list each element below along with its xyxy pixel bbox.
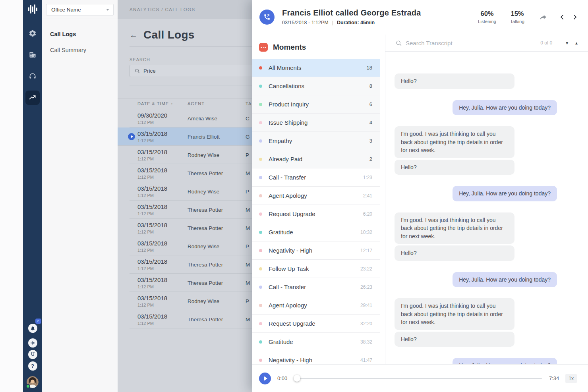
moment-color-dot [259, 212, 262, 216]
moment-category-item[interactable]: Empathy 3 [252, 132, 380, 150]
column-date-time[interactable]: DATE & TIME ↑ [137, 101, 188, 106]
agent-name: Theresa Potter [188, 280, 246, 286]
call-duration: Duration: 45min [337, 20, 375, 25]
call-date: 03/15/2018 [137, 240, 188, 247]
search-prev-icon[interactable]: ▲ [574, 41, 578, 45]
moment-color-dot [259, 340, 262, 344]
moment-color-dot [259, 231, 262, 234]
moment-color-dot [259, 139, 262, 143]
agent-name: Theresa Potter [188, 207, 246, 213]
section-sidebar: Office Name Call Logs Call Summary [42, 0, 118, 392]
transcript-bubble: Hello? [395, 73, 514, 89]
chevron-left-icon[interactable] [559, 14, 565, 20]
moment-label: Negativity - High [269, 357, 312, 363]
call-time: 1:12 PM [137, 120, 188, 125]
voice-waveform-icon[interactable] [28, 338, 37, 348]
company-building-icon[interactable] [25, 48, 40, 62]
moment-color-dot [259, 267, 262, 270]
agent-name: Theresa Potter [188, 225, 246, 231]
moment-color-dot [259, 158, 262, 161]
moment-category-item[interactable]: Already Paid 2 [252, 150, 380, 168]
moment-timeline-item[interactable]: Agent Apology 2:41 [252, 187, 380, 205]
moment-category-item[interactable]: Product Inquiry 6 [252, 95, 380, 114]
phone-call-icon [259, 10, 275, 25]
call-title: Francis Elliot called George Estrada [282, 8, 421, 17]
stat-label: Talking [502, 19, 532, 24]
play-button[interactable] [259, 373, 271, 384]
divider [533, 39, 533, 47]
moment-count: 6 [369, 101, 372, 107]
moment-label: Agent Apology [269, 302, 307, 309]
call-date: 03/15/2018 [137, 313, 188, 320]
share-forward-icon[interactable] [539, 14, 547, 21]
office-selector[interactable]: Office Name [46, 4, 114, 15]
moment-label: Cancellations [269, 83, 304, 89]
moment-timeline-item[interactable]: Follow Up Task 23:22 [252, 260, 380, 278]
moment-timeline-item[interactable]: Request Upgrade 32:20 [252, 315, 380, 333]
back-arrow-icon[interactable]: ← [130, 31, 137, 40]
analytics-trending-up-icon[interactable] [25, 91, 40, 105]
moment-color-dot [259, 103, 262, 106]
user-avatar[interactable] [27, 376, 39, 388]
moment-category-item[interactable]: Issue Shipping 4 [252, 114, 380, 132]
moments-icon [259, 43, 268, 52]
moment-label: Request Upgrade [269, 210, 315, 217]
call-time: 1:12 PM [137, 193, 188, 198]
search-icon [396, 40, 402, 46]
search-icon [135, 68, 140, 73]
agent-name: Theresa Potter [188, 262, 246, 268]
moment-timeline-item[interactable]: Gratitude 10:32 [252, 223, 380, 241]
call-date: 03/15/2018 [137, 295, 188, 301]
integrations-hook-icon[interactable] [28, 350, 37, 359]
settings-gear-icon[interactable] [25, 26, 40, 41]
notifications-bell-icon[interactable]: 2 [28, 321, 37, 333]
column-talked-to[interactable]: TA [246, 101, 251, 106]
moment-timeline-item[interactable]: Call - Transfer 26:23 [252, 278, 380, 296]
transcript-bubble: Hey, Julia. How are you doing today? [453, 186, 557, 201]
help-question-icon[interactable]: ? [28, 361, 37, 371]
moment-timeline-item[interactable]: Agent Apology 29:41 [252, 296, 380, 315]
call-time: 1:12 PM [137, 266, 188, 271]
coaching-headset-icon[interactable] [25, 69, 40, 83]
moments-section: Moments All Moments 18 Cancellations 8 [252, 35, 385, 364]
transcript-bubble: Hey, Julia. How are you doing today? [453, 358, 557, 364]
transcript-search-input[interactable] [406, 40, 533, 46]
sidebar-item-call-logs[interactable]: Call Logs [50, 31, 118, 37]
call-time: 1:12 PM [137, 303, 188, 307]
transcript-bubble: I'm good. I was just thinking to call yo… [395, 212, 514, 244]
left-gutter [0, 0, 23, 392]
total-time: 7:34 [549, 375, 559, 381]
moment-timeline-item[interactable]: Gratitude 38:32 [252, 333, 380, 351]
moment-timeline-item[interactable]: Negativity - High 12:17 [252, 241, 380, 260]
moment-category-item[interactable]: All Moments 18 [252, 59, 380, 77]
moment-category-item[interactable]: Cancellations 8 [252, 77, 380, 95]
moment-label: Gratitude [269, 229, 293, 236]
call-datetime: 03/15/2018 - 1:12PM [282, 20, 329, 25]
moment-timeline-item[interactable]: Negativity - High 41:47 [252, 351, 380, 364]
search-match-counter: 0 of 0 [540, 40, 552, 46]
moments-title: Moments [273, 43, 306, 52]
stat: 60% Listening [472, 10, 502, 24]
moments-timeline-list: Call - Transfer 1:23 Agent Apology 2:41 … [252, 168, 380, 364]
sidebar-item-call-summary[interactable]: Call Summary [50, 47, 118, 53]
seek-slider[interactable] [294, 375, 542, 382]
moment-color-dot [259, 249, 262, 252]
column-agent[interactable]: AGENT [188, 101, 246, 106]
current-time: 0:00 [277, 375, 287, 381]
app-window: 2 ? [0, 0, 588, 392]
transcript-bubble: I'm good. I was just thinking to call yo… [395, 298, 514, 330]
search-next-icon[interactable]: ▼ [565, 41, 569, 45]
moment-label: Empathy [269, 137, 292, 144]
moment-timestamp: 32:20 [360, 321, 372, 326]
call-time: 1:12 PM [137, 284, 188, 289]
slider-thumb[interactable] [294, 375, 300, 382]
moment-label: Already Paid [269, 156, 302, 162]
transcript-messages: Hello?Hey, Julia. How are you doing toda… [385, 52, 588, 364]
moment-label: Issue Shipping [269, 119, 308, 126]
moment-timeline-item[interactable]: Call - Transfer 1:23 [252, 168, 380, 187]
moment-timestamp: 10:32 [360, 230, 372, 235]
agent-name: Theresa Potter [188, 170, 246, 176]
playback-speed-button[interactable]: 1x [565, 374, 577, 383]
moment-timeline-item[interactable]: Request Upgrade 6:20 [252, 205, 380, 223]
chevron-right-icon[interactable] [572, 14, 578, 20]
